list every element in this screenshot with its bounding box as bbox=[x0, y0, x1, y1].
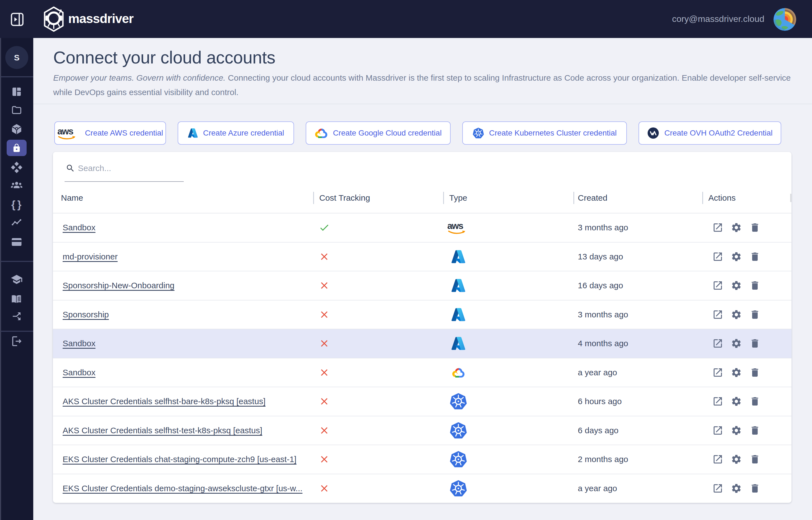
svg-text:aws: aws bbox=[447, 220, 463, 231]
svg-text:aws: aws bbox=[57, 126, 73, 136]
